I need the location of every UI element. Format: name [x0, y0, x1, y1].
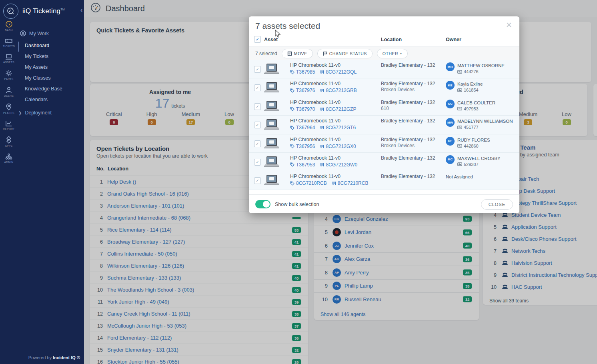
asset-tag-icon	[290, 126, 294, 130]
asset-name-link[interactable]: HP Chromebook 11-v0	[290, 118, 341, 124]
asset-name-link[interactable]: HP Chromebook 11-v0	[290, 155, 341, 161]
owner-name: MADELYNN WILLIAMSON	[457, 118, 513, 124]
asset-tag[interactable]: 8CG7210RCB	[296, 180, 327, 186]
asset-row-checkbox[interactable]: ✓	[254, 84, 261, 91]
other-actions-button[interactable]: OTHER ▾	[377, 49, 408, 58]
menu-my-work[interactable]: My Work	[18, 28, 84, 40]
sidebar: iiQ TicketingTM ‹ DASH TICKETS ASSETS PA…	[0, 0, 84, 364]
asset-row: ✓ HP Chromebook 11-v0 T367976 8CG7212GRB…	[249, 78, 519, 97]
asset-serial[interactable]: 8CG7212GX0	[326, 144, 356, 149]
my-work-submenu: Dashboard My Tickets My Assets My Classe…	[25, 40, 84, 105]
modal-title: 7 assets selected	[255, 21, 320, 31]
sidebar-menu-item[interactable]: My Classes	[25, 73, 84, 84]
menu-deployment[interactable]: ❯ Deployment	[18, 110, 84, 116]
asset-thumbnail	[264, 82, 280, 95]
owner-id: 451777	[457, 125, 513, 130]
asset-location: Bradley Elementary - 132	[381, 137, 435, 142]
app-page: Dashboard Quick Tickets & Favorite Asset…	[0, 0, 597, 364]
asset-row-checkbox[interactable]: ✓	[254, 159, 261, 166]
asset-location: Bradley Elementary - 132	[381, 118, 435, 124]
owner-id: 442860	[457, 144, 490, 148]
asset-location: Bradley Elementary - 132	[381, 62, 435, 68]
asset-row: ✓ HP Chromebook 11-v0 T367970 8CG7212GZP…	[249, 97, 519, 116]
asset-name-link[interactable]: HP Chromebook 11-v0	[290, 174, 341, 179]
asset-name-link[interactable]: HP Chromebook 11-v0	[290, 137, 341, 142]
move-icon	[287, 51, 292, 56]
asset-tag-icon	[290, 144, 294, 148]
sidebar-collapse-icon[interactable]: ‹	[80, 6, 82, 13]
sidebar-rail-users[interactable]: USERS	[0, 85, 18, 98]
asset-serial[interactable]: 8CG7210RCB	[338, 180, 369, 186]
asset-row: ✓ HP Chromebook 11-v0 T367985 8CG7212GQL…	[249, 60, 519, 78]
close-icon[interactable]: ✕	[506, 21, 512, 29]
asset-location-room: 610	[381, 106, 389, 111]
sidebar-rail-apps[interactable]: APPS	[0, 135, 18, 148]
owner-name: MAXWELL CROSBY	[457, 155, 501, 161]
sidebar-menu-item[interactable]: Knowledge Base	[25, 84, 84, 94]
asset-row-checkbox[interactable]: ✓	[254, 140, 261, 147]
sidebar-rail-tickets[interactable]: TICKETS	[0, 36, 18, 49]
asset-row-checkbox[interactable]: ✓	[254, 103, 261, 110]
owner-id: 497953	[457, 106, 495, 111]
asset-serial[interactable]: 8CG7212GQL	[326, 69, 357, 75]
sidebar-menu-item[interactable]: My Tickets	[25, 51, 84, 62]
bulk-selection-toggle[interactable]	[255, 200, 270, 208]
asset-row-checkbox[interactable]: ✓	[254, 66, 261, 73]
asset-tag[interactable]: T367976	[296, 88, 315, 93]
asset-tag[interactable]: T367956	[296, 144, 315, 149]
sidebar-rail-parts[interactable]: PARTS	[0, 68, 18, 82]
asset-name-link[interactable]: HP Chromebook 11-v0	[290, 62, 341, 68]
barcode-icon	[320, 144, 324, 148]
toggle-label: Show bulk selection	[275, 202, 319, 207]
owner-id: 444276	[457, 69, 505, 74]
asset-row: ✓ HP Chromebook 11-v0 T367956 8CG7212GX0…	[249, 134, 519, 153]
modal-footer: Show bulk selection CLOSE	[249, 194, 519, 214]
sidebar-rail-report[interactable]: REPORT	[0, 119, 18, 132]
my-work-label: My Work	[29, 31, 49, 36]
asset-tag[interactable]: T367964	[296, 125, 315, 130]
selected-count-label: 7 selected	[255, 51, 277, 56]
asset-tag[interactable]: T367985	[296, 69, 315, 75]
asset-row: ✓ HP Chromebook 11-v0 T367964 8CG7212GT6…	[249, 116, 519, 134]
asset-name-link[interactable]: HP Chromebook 11-v0	[290, 100, 341, 105]
asset-thumbnail	[264, 156, 280, 169]
asset-row: ✓ HP Chromebook 11-v0 8CG7210RCB 8CG7210…	[249, 171, 519, 190]
asset-thumbnail	[264, 174, 280, 188]
asset-location-room: Broken Devices	[381, 143, 415, 148]
asset-tag[interactable]: T367953	[296, 162, 315, 168]
id-badge-icon	[457, 107, 462, 110]
change-status-button[interactable]: CHANGE STATUS	[317, 49, 373, 58]
powered-by: Powered by Incident IQ ®	[0, 355, 80, 360]
asset-serial[interactable]: 8CG7212GRB	[326, 88, 357, 93]
sidebar-rail-admin[interactable]: ADMIN	[0, 152, 18, 165]
close-button[interactable]: CLOSE	[481, 199, 513, 210]
sidebar-rail-dash[interactable]: DASH	[0, 19, 18, 33]
select-all-checkbox[interactable]: ✓	[254, 36, 261, 43]
owner-avatar: CC	[446, 100, 455, 108]
owner-name: Kayla Exline	[457, 81, 483, 86]
barcode-icon	[320, 70, 324, 74]
sidebar-rail-places[interactable]: PLACES	[0, 102, 18, 116]
asset-row-checkbox[interactable]: ✓	[254, 177, 261, 184]
asset-serial[interactable]: 8CG7212GW0	[326, 162, 357, 168]
owner-name: CALEB COULTER	[457, 100, 495, 105]
asset-row-checkbox[interactable]: ✓	[254, 122, 261, 128]
asset-tag[interactable]: T367970	[296, 106, 315, 112]
sidebar-rail-assets[interactable]: ASSETS	[0, 52, 18, 65]
column-header-location: Location	[381, 37, 402, 42]
sidebar-menu-item[interactable]: My Assets	[25, 62, 84, 73]
owner-avatar: RF	[446, 137, 455, 146]
chevron-down-icon: ▾	[400, 52, 402, 55]
sidebar-menu-item[interactable]: Calendars	[25, 94, 84, 105]
asset-name-link[interactable]: HP Chromebook 11-v0	[290, 81, 341, 86]
sidebar-menu-item[interactable]: Dashboard	[25, 40, 84, 51]
barcode-icon	[332, 181, 336, 185]
barcode-icon	[320, 126, 324, 130]
move-button[interactable]: MOVE	[282, 49, 313, 58]
owner-id: 529307	[457, 162, 501, 167]
asset-tag-icon	[290, 107, 294, 111]
asset-serial[interactable]: 8CG7212GT6	[326, 125, 356, 130]
asset-tag-icon	[290, 70, 294, 74]
bulk-action-bar: 7 selected MOVE CHANGE STATUS OTHER ▾	[249, 46, 519, 61]
asset-serial[interactable]: 8CG7212GZP	[326, 106, 356, 112]
